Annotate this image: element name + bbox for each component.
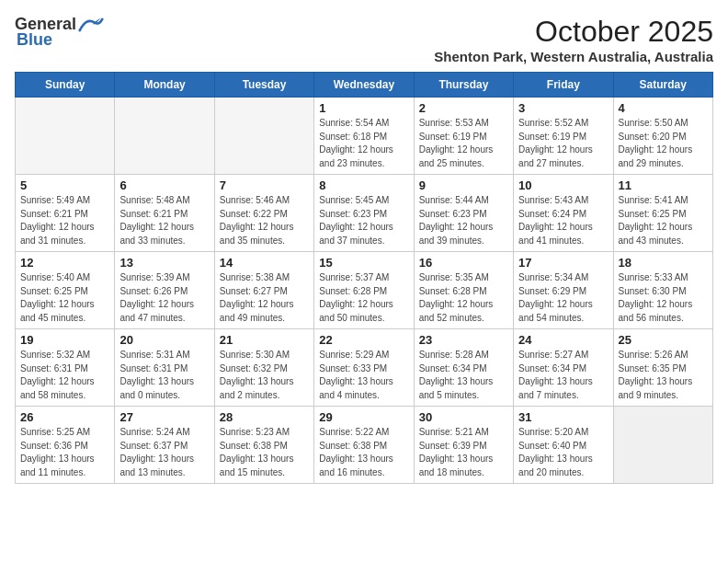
day-info: Sunrise: 5:40 AM Sunset: 6:25 PM Dayligh… xyxy=(20,271,109,325)
calendar-cell: 18Sunrise: 5:33 AM Sunset: 6:30 PM Dayli… xyxy=(613,252,712,329)
day-number: 10 xyxy=(518,178,608,192)
calendar-table: SundayMondayTuesdayWednesdayThursdayFrid… xyxy=(15,72,713,484)
day-info: Sunrise: 5:35 AM Sunset: 6:28 PM Dayligh… xyxy=(419,271,508,325)
day-info: Sunrise: 5:46 AM Sunset: 6:22 PM Dayligh… xyxy=(220,194,309,247)
day-number: 28 xyxy=(220,410,309,424)
day-info: Sunrise: 5:38 AM Sunset: 6:27 PM Dayligh… xyxy=(220,271,309,325)
day-number: 15 xyxy=(319,256,408,270)
day-info: Sunrise: 5:24 AM Sunset: 6:37 PM Dayligh… xyxy=(119,426,209,479)
calendar-cell: 9Sunrise: 5:44 AM Sunset: 6:23 PM Daylig… xyxy=(414,175,513,252)
day-info: Sunrise: 5:48 AM Sunset: 6:21 PM Dayligh… xyxy=(119,194,209,247)
calendar-cell: 10Sunrise: 5:43 AM Sunset: 6:24 PM Dayli… xyxy=(514,175,613,252)
weekday-header-saturday: Saturday xyxy=(613,73,712,98)
day-number: 19 xyxy=(20,333,109,347)
day-info: Sunrise: 5:29 AM Sunset: 6:33 PM Dayligh… xyxy=(319,349,408,402)
day-info: Sunrise: 5:26 AM Sunset: 6:35 PM Dayligh… xyxy=(619,349,708,402)
calendar-cell: 19Sunrise: 5:32 AM Sunset: 6:31 PM Dayli… xyxy=(16,329,115,407)
day-number: 12 xyxy=(20,256,109,270)
calendar-cell: 4Sunrise: 5:50 AM Sunset: 6:20 PM Daylig… xyxy=(613,98,712,175)
calendar-cell: 1Sunrise: 5:54 AM Sunset: 6:18 PM Daylig… xyxy=(314,98,414,175)
day-number: 1 xyxy=(319,101,408,115)
weekday-header-sunday: Sunday xyxy=(16,73,115,98)
day-info: Sunrise: 5:20 AM Sunset: 6:40 PM Dayligh… xyxy=(518,426,608,479)
day-number: 25 xyxy=(619,333,708,347)
day-number: 22 xyxy=(319,333,408,347)
logo: General Blue xyxy=(15,15,104,50)
day-info: Sunrise: 5:39 AM Sunset: 6:26 PM Dayligh… xyxy=(119,271,209,325)
page-header: General Blue October 2025 Shenton Park, … xyxy=(15,15,713,64)
day-number: 5 xyxy=(20,178,109,192)
calendar-cell: 2Sunrise: 5:53 AM Sunset: 6:19 PM Daylig… xyxy=(414,98,513,175)
calendar-cell xyxy=(214,98,313,175)
day-info: Sunrise: 5:37 AM Sunset: 6:28 PM Dayligh… xyxy=(319,271,408,325)
calendar-cell: 8Sunrise: 5:45 AM Sunset: 6:23 PM Daylig… xyxy=(314,175,414,252)
calendar-cell: 3Sunrise: 5:52 AM Sunset: 6:19 PM Daylig… xyxy=(514,98,613,175)
day-number: 21 xyxy=(220,333,309,347)
calendar-cell xyxy=(16,98,115,175)
calendar-cell: 6Sunrise: 5:48 AM Sunset: 6:21 PM Daylig… xyxy=(115,175,214,252)
day-info: Sunrise: 5:31 AM Sunset: 6:31 PM Dayligh… xyxy=(119,349,209,402)
day-info: Sunrise: 5:45 AM Sunset: 6:23 PM Dayligh… xyxy=(319,194,408,247)
calendar-cell xyxy=(115,98,214,175)
calendar-cell: 21Sunrise: 5:30 AM Sunset: 6:32 PM Dayli… xyxy=(214,329,313,407)
calendar-week-row: 5Sunrise: 5:49 AM Sunset: 6:21 PM Daylig… xyxy=(16,175,713,252)
day-info: Sunrise: 5:28 AM Sunset: 6:34 PM Dayligh… xyxy=(419,349,508,402)
day-number: 30 xyxy=(419,410,508,424)
weekday-header-row: SundayMondayTuesdayWednesdayThursdayFrid… xyxy=(16,73,713,98)
weekday-header-friday: Friday xyxy=(514,73,613,98)
calendar-week-row: 1Sunrise: 5:54 AM Sunset: 6:18 PM Daylig… xyxy=(16,98,713,175)
day-number: 31 xyxy=(518,410,608,424)
day-info: Sunrise: 5:49 AM Sunset: 6:21 PM Dayligh… xyxy=(20,194,109,247)
day-info: Sunrise: 5:54 AM Sunset: 6:18 PM Dayligh… xyxy=(319,117,408,170)
day-info: Sunrise: 5:41 AM Sunset: 6:25 PM Dayligh… xyxy=(619,194,708,247)
calendar-cell: 31Sunrise: 5:20 AM Sunset: 6:40 PM Dayli… xyxy=(514,407,613,484)
calendar-cell: 23Sunrise: 5:28 AM Sunset: 6:34 PM Dayli… xyxy=(414,329,513,407)
day-info: Sunrise: 5:53 AM Sunset: 6:19 PM Dayligh… xyxy=(419,117,508,170)
day-number: 11 xyxy=(619,178,708,192)
day-number: 14 xyxy=(220,256,309,270)
calendar-cell: 12Sunrise: 5:40 AM Sunset: 6:25 PM Dayli… xyxy=(16,252,115,329)
day-number: 17 xyxy=(518,256,608,270)
day-number: 2 xyxy=(419,101,508,115)
calendar-cell: 26Sunrise: 5:25 AM Sunset: 6:36 PM Dayli… xyxy=(16,407,115,484)
day-number: 6 xyxy=(119,178,209,192)
day-info: Sunrise: 5:43 AM Sunset: 6:24 PM Dayligh… xyxy=(518,194,608,247)
day-info: Sunrise: 5:22 AM Sunset: 6:38 PM Dayligh… xyxy=(319,426,408,479)
weekday-header-tuesday: Tuesday xyxy=(214,73,313,98)
calendar-cell: 22Sunrise: 5:29 AM Sunset: 6:33 PM Dayli… xyxy=(314,329,414,407)
calendar-cell: 16Sunrise: 5:35 AM Sunset: 6:28 PM Dayli… xyxy=(414,252,513,329)
day-info: Sunrise: 5:32 AM Sunset: 6:31 PM Dayligh… xyxy=(20,349,109,402)
day-info: Sunrise: 5:44 AM Sunset: 6:23 PM Dayligh… xyxy=(419,194,508,247)
calendar-cell: 24Sunrise: 5:27 AM Sunset: 6:34 PM Dayli… xyxy=(514,329,613,407)
calendar-cell: 28Sunrise: 5:23 AM Sunset: 6:38 PM Dayli… xyxy=(214,407,313,484)
calendar-cell: 27Sunrise: 5:24 AM Sunset: 6:37 PM Dayli… xyxy=(115,407,214,484)
day-number: 7 xyxy=(220,178,309,192)
calendar-cell: 30Sunrise: 5:21 AM Sunset: 6:39 PM Dayli… xyxy=(414,407,513,484)
day-info: Sunrise: 5:50 AM Sunset: 6:20 PM Dayligh… xyxy=(619,117,708,170)
calendar-cell: 14Sunrise: 5:38 AM Sunset: 6:27 PM Dayli… xyxy=(214,252,313,329)
day-number: 4 xyxy=(619,101,708,115)
day-info: Sunrise: 5:27 AM Sunset: 6:34 PM Dayligh… xyxy=(518,349,608,402)
day-number: 26 xyxy=(20,410,109,424)
calendar-week-row: 19Sunrise: 5:32 AM Sunset: 6:31 PM Dayli… xyxy=(16,329,713,407)
day-info: Sunrise: 5:25 AM Sunset: 6:36 PM Dayligh… xyxy=(20,426,109,479)
calendar-week-row: 12Sunrise: 5:40 AM Sunset: 6:25 PM Dayli… xyxy=(16,252,713,329)
calendar-cell: 25Sunrise: 5:26 AM Sunset: 6:35 PM Dayli… xyxy=(613,329,712,407)
title-area: October 2025 Shenton Park, Western Austr… xyxy=(434,15,713,64)
weekday-header-wednesday: Wednesday xyxy=(314,73,414,98)
calendar-cell xyxy=(613,407,712,484)
calendar-cell: 20Sunrise: 5:31 AM Sunset: 6:31 PM Dayli… xyxy=(115,329,214,407)
location-title: Shenton Park, Western Australia, Austral… xyxy=(434,49,713,64)
calendar-cell: 13Sunrise: 5:39 AM Sunset: 6:26 PM Dayli… xyxy=(115,252,214,329)
day-number: 9 xyxy=(419,178,508,192)
day-number: 27 xyxy=(119,410,209,424)
day-info: Sunrise: 5:33 AM Sunset: 6:30 PM Dayligh… xyxy=(619,271,708,325)
day-number: 8 xyxy=(319,178,408,192)
day-info: Sunrise: 5:52 AM Sunset: 6:19 PM Dayligh… xyxy=(518,117,608,170)
day-info: Sunrise: 5:21 AM Sunset: 6:39 PM Dayligh… xyxy=(419,426,508,479)
logo-bird-icon xyxy=(78,16,104,34)
calendar-week-row: 26Sunrise: 5:25 AM Sunset: 6:36 PM Dayli… xyxy=(16,407,713,484)
day-number: 29 xyxy=(319,410,408,424)
weekday-header-thursday: Thursday xyxy=(414,73,513,98)
day-info: Sunrise: 5:30 AM Sunset: 6:32 PM Dayligh… xyxy=(220,349,309,402)
